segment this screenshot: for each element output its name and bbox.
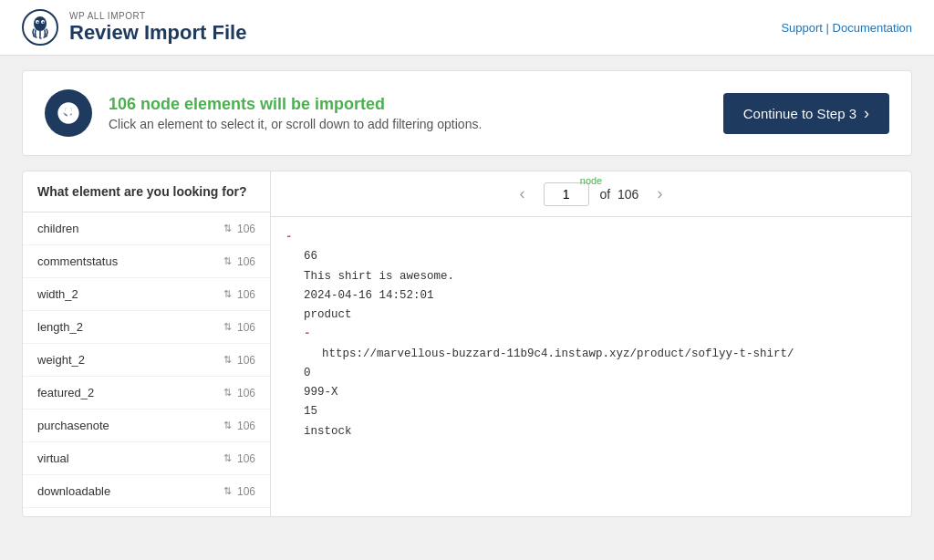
xml-value: product — [304, 308, 352, 321]
sidebar-item[interactable]: virtual ⇅ 106 — [23, 442, 270, 475]
sidebar-item-count: 106 — [237, 452, 255, 465]
sort-icon: ⇅ — [223, 255, 232, 267]
logo-text: WP ALL IMPORT Review Import File — [69, 11, 246, 45]
xml-value: This shirt is awesome. — [304, 270, 454, 283]
sidebar-item-label: weight_2 — [37, 353, 85, 367]
sidebar-item-count: 106 — [237, 354, 255, 367]
prev-button[interactable]: ‹ — [513, 181, 533, 207]
sidebar-item-count-area: ⇅ 106 — [223, 387, 255, 399]
xml-value: 2024-04-16 14:52:01 — [304, 289, 434, 302]
continue-button-label: Continue to Step 3 — [743, 106, 856, 121]
sidebar: What element are you looking for? childr… — [23, 171, 271, 516]
xml-line: product — [285, 306, 897, 325]
sort-icon: ⇅ — [223, 485, 232, 497]
import-count: 106 — [109, 95, 136, 113]
sidebar-item-count-area: ⇅ 106 — [223, 288, 255, 301]
notice-text: 106 node elements will be imported Click… — [109, 95, 482, 131]
sort-icon: ⇅ — [223, 420, 232, 431]
continue-button[interactable]: Continue to Step 3 › — [723, 93, 889, 134]
page-of-label: of 106 — [600, 187, 639, 202]
of-label: of — [600, 187, 611, 202]
xml-line: - — [285, 228, 897, 247]
xml-line: - — [285, 325, 897, 344]
sidebar-items: children ⇅ 106 commentstatus ⇅ 106 width… — [23, 213, 270, 508]
xml-panel: node ‹ 1 of 106 › - 66</span><span class… — [271, 171, 911, 516]
next-button[interactable]: › — [649, 181, 669, 207]
top-links: Support | Documentation — [781, 21, 912, 35]
sort-icon: ⇅ — [223, 387, 232, 399]
xml-minus: - — [304, 327, 311, 340]
sidebar-item-count-area: ⇅ 106 — [223, 321, 255, 334]
svg-point-1 — [34, 16, 47, 31]
plugin-label: WP ALL IMPORT — [69, 11, 246, 21]
sidebar-item-label: children — [37, 222, 79, 235]
continue-arrow-icon: › — [864, 104, 869, 123]
sidebar-item[interactable]: commentstatus ⇅ 106 — [23, 245, 270, 278]
sidebar-item-count-area: ⇅ 106 — [223, 255, 255, 268]
xml-value: 66 — [304, 250, 317, 263]
logo-area: WP ALL IMPORT Review Import File — [22, 9, 246, 46]
import-count-heading: 106 node elements will be imported — [109, 95, 482, 114]
sidebar-item-label: length_2 — [37, 320, 83, 334]
xml-line: https://marvellous-buzzard-11b9c4.instaw… — [285, 345, 897, 364]
sidebar-item-count: 106 — [237, 321, 255, 334]
svg-point-5 — [43, 22, 45, 24]
separator: | — [826, 21, 833, 35]
main-content: 106 node elements will be imported Click… — [0, 56, 934, 532]
sort-icon: ⇅ — [223, 288, 232, 300]
total-pages: 106 — [617, 187, 638, 202]
xml-value: instock — [304, 425, 352, 438]
sidebar-item-count-area: ⇅ 106 — [223, 485, 255, 498]
sidebar-item-count: 106 — [237, 223, 255, 235]
xml-line: 15 — [285, 402, 897, 421]
node-label: node — [580, 175, 602, 186]
sort-icon: ⇅ — [223, 223, 232, 234]
sidebar-item-count-area: ⇅ 106 — [223, 452, 255, 465]
xml-line: 999-X — [285, 383, 897, 402]
sidebar-item-count: 106 — [237, 288, 255, 301]
sidebar-item[interactable]: width_2 ⇅ 106 — [23, 278, 270, 311]
sidebar-item-count: 106 — [237, 420, 255, 432]
import-icon — [56, 100, 81, 126]
sidebar-item[interactable]: length_2 ⇅ 106 — [23, 311, 270, 344]
sidebar-item-count-area: ⇅ 106 — [223, 354, 255, 367]
sidebar-item[interactable]: downloadable ⇅ 106 — [23, 475, 270, 508]
xml-line: 66 — [285, 247, 897, 266]
sidebar-item-label: commentstatus — [37, 254, 118, 268]
sidebar-item[interactable]: featured_2 ⇅ 106 — [23, 377, 270, 410]
sidebar-item[interactable]: children ⇅ 106 — [23, 213, 270, 245]
xml-value: 999-X — [304, 386, 338, 399]
page-title: Review Import File — [69, 21, 246, 45]
top-bar: WP ALL IMPORT Review Import File Support… — [0, 0, 934, 56]
xml-value: https://marvellous-buzzard-11b9c4.instaw… — [322, 347, 794, 360]
sort-icon: ⇅ — [223, 354, 232, 366]
svg-point-4 — [37, 22, 39, 24]
sidebar-item-label: downloadable — [37, 484, 110, 498]
notice-left: 106 node elements will be imported Click… — [45, 89, 482, 137]
sidebar-item-label: purchasenote — [37, 419, 109, 432]
xml-value: 15 — [304, 405, 317, 418]
sidebar-item-label: featured_2 — [37, 386, 94, 399]
sidebar-item-label: width_2 — [37, 287, 78, 301]
logo-icon — [22, 9, 58, 46]
sidebar-item-count: 106 — [237, 387, 255, 399]
sidebar-item-count: 106 — [237, 255, 255, 268]
sidebar-item[interactable]: purchasenote ⇅ 106 — [23, 410, 270, 442]
xml-value: 0 — [304, 367, 311, 379]
import-icon-circle — [45, 89, 92, 137]
xml-minus: - — [285, 231, 293, 244]
import-sub-message: Click an element to select it, or scroll… — [109, 117, 482, 131]
sidebar-header: What element are you looking for? — [23, 171, 270, 213]
sidebar-item-count-area: ⇅ 106 — [223, 420, 255, 432]
xml-line: instock — [285, 422, 897, 441]
xml-line: 2024-04-16 14:52:01 — [285, 286, 897, 306]
import-message: node elements will be imported — [136, 95, 385, 113]
lower-section: What element are you looking for? childr… — [22, 171, 912, 517]
documentation-link[interactable]: Documentation — [833, 21, 912, 35]
sort-icon: ⇅ — [223, 321, 232, 333]
xml-content: - 66</span><span class="text" data-name=… — [271, 217, 911, 516]
support-link[interactable]: Support — [781, 21, 823, 35]
sort-icon: ⇅ — [223, 452, 232, 464]
sidebar-item[interactable]: weight_2 ⇅ 106 — [23, 344, 270, 377]
xml-nav: node ‹ 1 of 106 › — [271, 171, 911, 217]
